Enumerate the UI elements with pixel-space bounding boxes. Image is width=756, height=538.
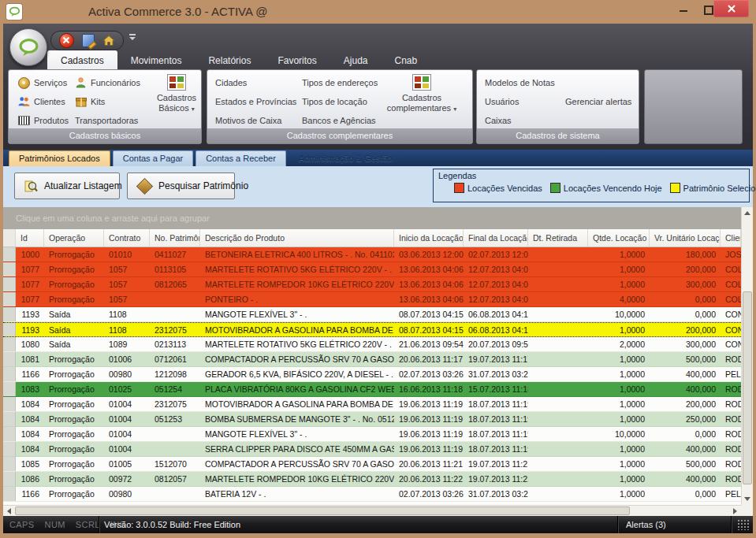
table-row[interactable]: 1000 Prorrogação 01010 0411027 BETONEIRA… (3, 247, 741, 262)
cell-qtde-locacao[interactable]: 1,0000 (588, 323, 650, 336)
cell-cliente[interactable]: ROD (721, 352, 741, 366)
cell-patrimonio[interactable]: 0213113 (150, 337, 200, 351)
close-button[interactable] (713, 0, 749, 17)
cell-dt-retirada[interactable] (528, 472, 588, 486)
cell-vr-unitario[interactable]: 300,000 (650, 277, 721, 291)
cell-inicio-locacao[interactable]: 02.07.2013 03:26 (394, 487, 464, 501)
cell-patrimonio[interactable]: 0113105 (150, 262, 200, 276)
cell-vr-unitario[interactable]: 200,000 (650, 397, 721, 411)
table-row[interactable]: 1166 Prorrogação 00980 BATERIA 12V - . 0… (3, 487, 741, 502)
cell-contrato[interactable]: 1108 (104, 307, 150, 321)
column-header[interactable]: Final da Locação (464, 229, 528, 247)
table-row[interactable]: 1083 Prorrogação 01025 051254 PLACA VIBR… (3, 382, 741, 397)
cell-descricao[interactable]: PLACA VIBRATÓRIA 80KG A GASOLINA CF2 WEB… (200, 382, 394, 396)
cell-qtde-locacao[interactable]: 1,0000 (588, 247, 650, 262)
home-icon[interactable] (102, 35, 115, 46)
cadastros-complementares-menu-button[interactable]: Cadastros complementares ▾ (376, 72, 467, 127)
cell-cliente[interactable]: CON (721, 323, 741, 336)
cell-contrato[interactable]: 01004 (104, 442, 150, 456)
cell-operacao[interactable]: Prorrogação (44, 487, 104, 501)
cell-operacao[interactable]: Prorrogação (44, 367, 104, 381)
search-patrimonio-button[interactable]: Pesquisar Patrimônio (127, 173, 235, 199)
cell-id[interactable]: 1083 (16, 382, 44, 396)
cell-dt-retirada[interactable] (528, 397, 588, 411)
cell-id[interactable]: 1166 (16, 487, 44, 501)
cell-dt-retirada[interactable] (528, 307, 588, 321)
cell-contrato[interactable]: 01010 (104, 247, 150, 262)
cell-operacao[interactable]: Prorrogação (44, 382, 104, 396)
ribbon-item-produtos[interactable]: Produtos (18, 112, 69, 129)
cell-operacao[interactable]: Prorrogação (44, 412, 104, 426)
cell-descricao[interactable]: BETONEIRA ELETRICA 400 LITROS - . No. 04… (200, 247, 394, 262)
ribbon-item-modelos-notas[interactable]: Modelos de Notas (485, 74, 555, 91)
cell-final-locacao[interactable]: 12.07.2013 04:06 (464, 292, 528, 306)
document-tab[interactable]: Contas a Pagar (113, 150, 193, 166)
cell-descricao[interactable]: COMPACTADOR A PERCUSSÃO SRV 70 A GASOLIN… (200, 457, 394, 471)
table-row[interactable]: 1080 Saída 1089 0213113 MARTELETE ROTATI… (3, 337, 741, 352)
cell-descricao[interactable]: MOTOVIBRADOR A GASOLINA PARA BOMBA DE MA… (200, 397, 394, 411)
cell-vr-unitario[interactable]: 400,000 (650, 367, 721, 381)
cell-operacao[interactable]: Saída (44, 337, 104, 351)
cell-id[interactable]: 1077 (16, 292, 44, 306)
minimize-button[interactable] (672, 0, 695, 17)
cell-final-locacao[interactable]: 19.07.2013 11:21 (464, 457, 528, 471)
cell-patrimonio[interactable]: 0411027 (150, 247, 200, 262)
cell-final-locacao[interactable]: 15.07.2013 11:18 (464, 382, 528, 396)
cell-dt-retirada[interactable] (528, 442, 588, 456)
ribbon-tab[interactable]: Cnab (381, 50, 430, 71)
ribbon-tab[interactable]: Cadastros (47, 50, 117, 71)
cell-operacao[interactable]: Prorrogação (44, 472, 104, 486)
table-row[interactable]: 1084 Prorrogação 01004 MANGOTE FLEXÍVEL … (3, 427, 741, 442)
ribbon-item-bancos-agencias[interactable]: Bancos e Agências (302, 112, 376, 129)
app-menu-button[interactable] (9, 28, 47, 66)
cell-patrimonio[interactable]: 0712061 (150, 352, 200, 366)
cell-inicio-locacao[interactable]: 19.06.2013 11:19 (394, 442, 464, 456)
document-tab[interactable]: Contas a Receber (196, 150, 286, 166)
qat-dropdown-icon[interactable] (129, 34, 136, 40)
exit-icon[interactable] (59, 33, 74, 48)
cell-id[interactable]: 1166 (16, 367, 44, 381)
cell-id[interactable]: 1084 (16, 442, 44, 456)
cell-operacao[interactable]: Prorrogação (44, 262, 104, 276)
cell-dt-retirada[interactable] (528, 382, 588, 396)
cell-patrimonio[interactable]: 2312075 (150, 397, 200, 411)
cell-contrato[interactable]: 1057 (104, 262, 150, 276)
cell-contrato[interactable]: 01004 (104, 397, 150, 411)
ribbon-tab[interactable]: Favoritos (264, 50, 330, 71)
cell-operacao[interactable]: Saída (44, 307, 104, 321)
column-header[interactable]: No. Patrimônio (150, 229, 200, 247)
cell-contrato[interactable]: 1057 (104, 277, 150, 291)
ribbon-tab[interactable]: Relatórios (195, 50, 264, 71)
cell-operacao[interactable]: Prorrogação (44, 397, 104, 411)
cell-final-locacao[interactable]: 06.08.2013 04:15 (464, 323, 528, 336)
cell-final-locacao[interactable]: 18.07.2013 11:19 (464, 397, 528, 411)
column-header[interactable]: Cliente (721, 229, 741, 247)
cell-contrato[interactable]: 1108 (104, 323, 150, 336)
cell-patrimonio[interactable]: 0812065 (150, 277, 200, 291)
cell-descricao[interactable]: MANGOTE FLEXÍVEL 3" - . (200, 307, 394, 321)
cell-qtde-locacao[interactable]: 1,0000 (588, 472, 650, 486)
cell-qtde-locacao[interactable]: 1,0000 (588, 442, 650, 456)
cell-operacao[interactable]: Saída (44, 323, 104, 336)
vertical-scrollbar-thumb[interactable] (743, 291, 752, 484)
cell-dt-retirada[interactable] (528, 457, 588, 471)
cell-id[interactable]: 1077 (16, 277, 44, 291)
cell-qtde-locacao[interactable]: 1,0000 (588, 457, 650, 471)
cell-final-locacao[interactable]: 18.07.2013 11:19 (464, 442, 528, 456)
resize-grip-icon[interactable] (737, 519, 749, 530)
cell-inicio-locacao[interactable]: 21.06.2013 09:54 (394, 337, 464, 351)
cell-inicio-locacao[interactable]: 13.06.2013 04:06 (394, 292, 464, 306)
cell-cliente[interactable]: ROD (721, 472, 741, 486)
cell-descricao[interactable]: MANGOTE FLEXÍVEL 3" - . (200, 427, 394, 441)
ribbon-item-funcionarios[interactable]: Funcionários (75, 74, 140, 91)
cell-inicio-locacao[interactable]: 19.06.2013 11:19 (394, 412, 464, 426)
cell-operacao[interactable]: Prorrogação (44, 457, 104, 471)
cell-qtde-locacao[interactable]: 1,0000 (588, 277, 650, 291)
cell-final-locacao[interactable]: 18.07.2013 11:19 (464, 427, 528, 441)
cell-descricao[interactable]: BOMBA SUBMERSA DE MANGOTE 3" - . No. 051… (200, 412, 394, 426)
cell-dt-retirada[interactable] (528, 487, 588, 501)
cell-operacao[interactable]: Prorrogação (44, 292, 104, 306)
cell-descricao[interactable]: MARTELETE ROMPEDOR 10KG ELÉTRICO 220V - … (200, 472, 394, 486)
cell-id[interactable]: 1084 (16, 427, 44, 441)
cell-cliente[interactable]: PELIC (721, 367, 741, 381)
